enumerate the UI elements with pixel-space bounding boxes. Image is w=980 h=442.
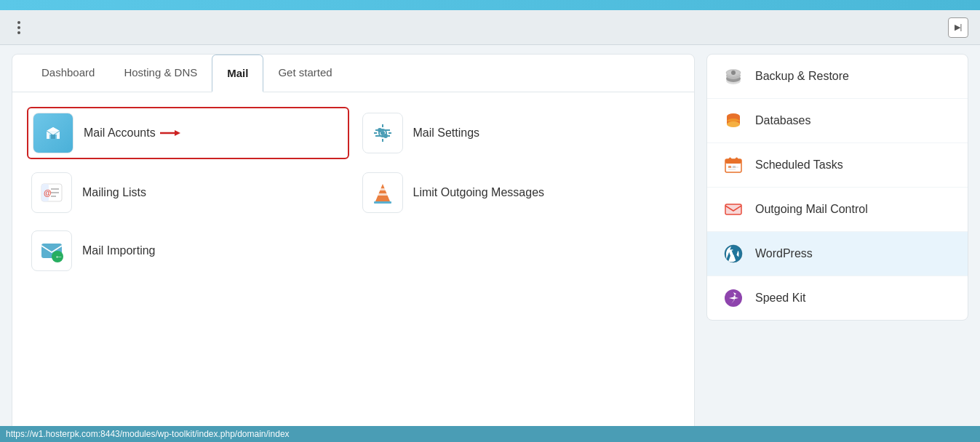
- svg-text:←: ←: [55, 252, 63, 262]
- grid-item-mail-accounts[interactable]: Mail Accounts: [27, 107, 349, 159]
- wordpress-label: WordPress: [755, 247, 813, 260]
- left-panel: Dashboard Hosting & DNS Mail Get started: [12, 54, 695, 433]
- outgoing-mail-icon: [722, 198, 745, 221]
- mailing-lists-icon: @: [31, 172, 72, 213]
- tab-bar: Dashboard Hosting & DNS Mail Get started: [12, 55, 694, 92]
- svg-marker-22: [375, 184, 390, 201]
- top-progress-bar: [0, 0, 980, 10]
- sidebar-item-backup-restore[interactable]: Backup & Restore: [707, 55, 968, 99]
- sidebar-toggle-icon: ▶|: [955, 23, 963, 32]
- backup-restore-label: Backup & Restore: [755, 70, 849, 83]
- mail-importing-icon: ←: [31, 230, 72, 271]
- speed-kit-label: Speed Kit: [755, 292, 805, 305]
- sidebar-item-outgoing-mail[interactable]: Outgoing Mail Control: [707, 188, 968, 232]
- databases-label: Databases: [755, 114, 811, 127]
- svg-rect-46: [728, 166, 731, 168]
- svg-rect-25: [374, 201, 391, 204]
- status-bar: https://w1.hosterpk.com:8443/modules/wp-…: [0, 426, 980, 442]
- limit-outgoing-icon: [362, 172, 403, 213]
- grid-item-limit-outgoing[interactable]: Limit Outgoing Messages: [358, 168, 680, 217]
- sidebar-item-wordpress[interactable]: WordPress: [707, 232, 968, 276]
- svg-marker-3: [175, 130, 180, 136]
- feature-grid: Mail Accounts: [12, 92, 694, 290]
- svg-point-39: [727, 121, 740, 127]
- svg-rect-47: [733, 166, 736, 168]
- dot-2: [17, 26, 20, 29]
- backup-restore-icon: [722, 65, 745, 88]
- svg-point-34: [731, 71, 736, 75]
- speed-kit-icon: [722, 286, 745, 310]
- svg-rect-24: [377, 193, 389, 196]
- svg-rect-41: [725, 159, 741, 164]
- outgoing-mail-label: Outgoing Mail Control: [755, 203, 868, 216]
- wordpress-icon: [722, 242, 745, 265]
- mail-settings-label: Mail Settings: [413, 126, 480, 140]
- dots-menu-button[interactable]: [12, 15, 26, 40]
- sidebar-item-databases[interactable]: Databases: [707, 99, 968, 143]
- sidebar-toggle-button[interactable]: ▶|: [948, 17, 968, 38]
- limit-outgoing-label: Limit Outgoing Messages: [413, 186, 545, 199]
- grid-item-mail-settings[interactable]: Mail Settings: [358, 107, 680, 159]
- grid-item-mail-importing[interactable]: ← Mail Importing: [27, 226, 349, 276]
- sidebar-item-speed-kit[interactable]: Speed Kit: [707, 276, 968, 320]
- grid-item-mailing-lists[interactable]: @ Mailing Lists: [27, 168, 349, 217]
- scheduled-tasks-label: Scheduled Tasks: [755, 158, 843, 172]
- tab-dashboard[interactable]: Dashboard: [27, 55, 109, 92]
- sidebar-item-scheduled-tasks[interactable]: Scheduled Tasks: [707, 143, 968, 188]
- tab-hosting-dns[interactable]: Hosting & DNS: [109, 55, 212, 92]
- svg-text:@: @: [44, 188, 52, 197]
- svg-rect-23: [375, 188, 390, 190]
- scheduled-tasks-icon: [722, 153, 745, 177]
- svg-rect-48: [725, 204, 741, 214]
- browser-toolbar: ▶|: [0, 10, 980, 45]
- dot-3: [17, 31, 20, 34]
- side-menu: Backup & Restore Databases: [706, 54, 968, 321]
- main-content: Dashboard Hosting & DNS Mail Get started: [0, 45, 980, 442]
- svg-point-13: [383, 134, 388, 138]
- tab-get-started[interactable]: Get started: [263, 55, 346, 92]
- mail-accounts-icon: [33, 113, 73, 153]
- right-panel: Backup & Restore Databases: [706, 54, 968, 433]
- tab-mail[interactable]: Mail: [212, 55, 263, 92]
- databases-icon: [722, 109, 745, 132]
- mail-settings-icon: [362, 113, 403, 153]
- svg-rect-43: [736, 158, 738, 161]
- status-url: https://w1.hosterpk.com:8443/modules/wp-…: [6, 429, 290, 439]
- mail-accounts-label: Mail Accounts: [84, 126, 156, 140]
- svg-rect-42: [729, 158, 731, 161]
- dot-1: [17, 21, 20, 24]
- mail-accounts-arrow: [160, 127, 180, 139]
- mailing-lists-label: Mailing Lists: [82, 186, 146, 199]
- svg-point-10: [378, 128, 382, 132]
- mail-importing-label: Mail Importing: [82, 244, 155, 257]
